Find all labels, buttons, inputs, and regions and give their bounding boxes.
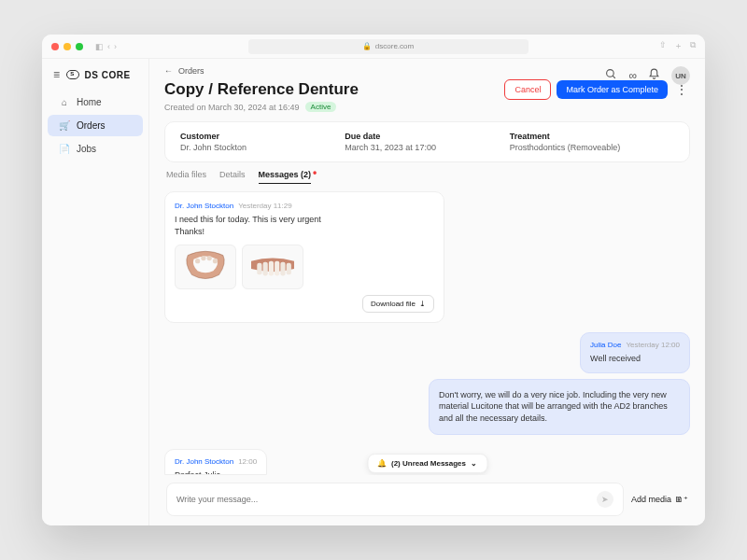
svg-rect-10 [280, 262, 285, 276]
tabs: Media files Details Messages (2) • [164, 170, 690, 184]
main: ∞ UN ← Orders Copy / Reference Denture C… [149, 59, 705, 525]
info-due: Due date March 31, 2023 at 17:00 [345, 132, 509, 152]
share-icon[interactable]: ⇧ [659, 40, 667, 52]
info-label: Due date [345, 132, 509, 141]
bell-icon[interactable] [648, 68, 660, 83]
cart-icon: 🛒 [59, 120, 70, 131]
plus-icon[interactable]: ＋ [674, 40, 683, 52]
status-badge: Active [305, 102, 337, 112]
chevron-down-icon: ⌄ [471, 459, 477, 468]
add-media-button[interactable]: Add media 🗎⁺ [631, 495, 688, 504]
svg-line-1 [613, 76, 616, 78]
bell-alert-icon: 🔔 [377, 459, 387, 468]
unread-messages-button[interactable]: 🔔 (2) Unread Messages ⌄ [367, 454, 487, 473]
svg-rect-6 [257, 263, 261, 275]
send-icon: ➤ [601, 495, 609, 504]
titlebar: ◧ ‹ › 🔒 dscore.com ⇧ ＋ ⧉ [42, 35, 705, 59]
download-file-button[interactable]: Download file ⤓ [362, 295, 434, 313]
tabs-icon[interactable]: ⧉ [690, 40, 696, 52]
browser-nav: ◧ ‹ › [95, 42, 117, 51]
attachment-thumb[interactable] [175, 245, 236, 289]
message-time: Yesterday 11:29 [238, 202, 292, 210]
info-card: Customer Dr. John Stockton Due date Marc… [164, 121, 690, 162]
brand: ≡ S DS CORE [42, 59, 148, 91]
link-icon[interactable]: ∞ [628, 69, 637, 82]
message-body: I need this for today. This is very urge… [175, 214, 434, 237]
svg-rect-7 [263, 262, 268, 276]
tab-messages[interactable]: Messages (2) • [259, 170, 312, 184]
minimize-window-icon[interactable] [63, 43, 71, 50]
info-value: Prosthodontics (Removeable) [510, 143, 674, 152]
message-input[interactable] [176, 495, 597, 504]
denture-arch-icon [176, 245, 235, 288]
browser-forward-icon[interactable]: › [114, 42, 117, 51]
denture-front-icon [243, 245, 303, 288]
svg-point-3 [201, 256, 205, 260]
back-arrow-icon: ← [164, 66, 173, 76]
message-author[interactable]: Dr. John Stockton [175, 202, 233, 210]
close-window-icon[interactable] [51, 43, 59, 50]
lock-icon: 🔒 [362, 42, 372, 50]
logo-icon: S [66, 70, 79, 79]
cancel-button[interactable]: Cancel [504, 79, 551, 100]
svg-rect-9 [275, 261, 279, 276]
sidebar-item-orders[interactable]: 🛒 Orders [48, 115, 143, 136]
svg-point-5 [213, 259, 218, 263]
browser-back-icon[interactable]: ‹ [107, 42, 110, 51]
avatar-initials: UN [675, 72, 686, 80]
subheader: Created on March 30, 2024 at 16:49 Activ… [164, 102, 690, 112]
add-media-icon: 🗎⁺ [675, 495, 688, 504]
brand-name: DS CORE [85, 70, 131, 80]
sidebar-item-label: Jobs [77, 144, 96, 154]
tab-details[interactable]: Details [219, 170, 246, 184]
download-label: Download file [371, 300, 416, 308]
avatar[interactable]: UN [671, 66, 690, 85]
url-bar[interactable]: 🔒 dscore.com [248, 39, 529, 54]
created-text: Created on March 30, 2024 at 16:49 [164, 103, 300, 112]
info-label: Customer [180, 132, 345, 141]
sidebar-toggle-icon[interactable]: ◧ [95, 42, 104, 51]
messages-list: Dr. John Stockton Yesterday 11:29 I need… [164, 191, 690, 475]
sidebar-item-home[interactable]: ⌂ Home [48, 91, 143, 113]
attachment-thumb[interactable] [242, 245, 303, 289]
attachments [175, 245, 434, 289]
message-body: Don't worry, we will do a very nice job.… [439, 389, 680, 425]
info-value: Dr. John Stockton [180, 143, 345, 152]
home-icon: ⌂ [59, 97, 70, 107]
message-incoming-peek: Dr. John Stockton 12:00 Perfect Julia [164, 449, 267, 475]
sidebar-item-label: Home [77, 97, 102, 107]
download-icon: ⤓ [419, 300, 426, 308]
maximize-window-icon[interactable] [76, 43, 83, 50]
message-author[interactable]: Julia Doe [590, 341, 621, 349]
page-title: Copy / Reference Denture [164, 80, 359, 99]
menu-icon[interactable]: ≡ [53, 68, 61, 81]
info-value: March 31, 2023 at 17:00 [345, 143, 509, 152]
info-customer: Customer Dr. John Stockton [180, 132, 345, 152]
svg-rect-8 [269, 261, 274, 276]
message-outgoing: Julia Doe Yesterday 12:00 Well received [580, 332, 690, 373]
document-icon: 📄 [59, 144, 70, 154]
unread-label: (2) Unread Messages [391, 459, 466, 468]
sidebar: ≡ S DS CORE ⌂ Home 🛒 Orders 📄 Jobs [42, 59, 149, 525]
topbar: ∞ UN [590, 59, 705, 92]
send-button[interactable]: ➤ [597, 491, 613, 508]
sidebar-item-jobs[interactable]: 📄 Jobs [48, 138, 143, 160]
message-author[interactable]: Dr. John Stockton [175, 457, 233, 466]
svg-point-4 [207, 256, 212, 260]
breadcrumb-label: Orders [178, 66, 204, 76]
svg-rect-11 [287, 263, 291, 275]
traffic-lights [51, 43, 83, 50]
info-treatment: Treatment Prosthodontics (Removeable) [510, 132, 674, 152]
browser-right-icons: ⇧ ＋ ⧉ [659, 40, 696, 52]
message-incoming: Dr. John Stockton Yesterday 11:29 I need… [164, 191, 444, 323]
message-body: Well received [590, 353, 680, 365]
tab-label: Messages (2) [259, 170, 312, 179]
url-text: dscore.com [375, 42, 414, 50]
info-label: Treatment [510, 132, 674, 141]
message-body: Perfect Julia [175, 469, 257, 475]
unread-dot-icon: • [313, 166, 317, 179]
message-time: Yesterday 12:00 [626, 341, 680, 349]
search-icon[interactable] [605, 68, 617, 83]
tab-media-files[interactable]: Media files [166, 170, 206, 184]
sidebar-item-label: Orders [77, 120, 106, 131]
